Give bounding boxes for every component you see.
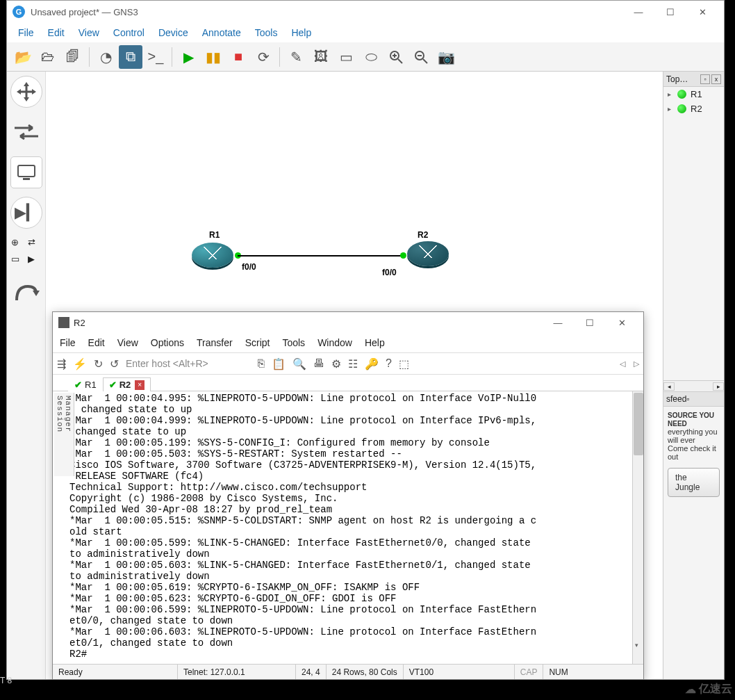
switch-small-icon[interactable]: ⇄ xyxy=(28,237,42,251)
topology-item-r2[interactable]: ▸ R2 xyxy=(663,101,724,116)
menu-control[interactable]: Control xyxy=(108,25,150,40)
options-icon[interactable]: ⚙ xyxy=(331,357,341,371)
newsfeed-header[interactable]: sfeed ▫ xyxy=(663,391,724,407)
keyword-icon[interactable]: 🔑 xyxy=(365,357,379,371)
snapshot-icon[interactable]: ◔ xyxy=(94,45,117,69)
open-project-icon[interactable]: 📂 xyxy=(11,45,35,69)
switches-icon[interactable] xyxy=(10,116,42,148)
term-menu-edit[interactable]: Edit xyxy=(88,337,105,348)
maximize-button[interactable]: ☐ xyxy=(654,1,686,22)
routers-icon[interactable] xyxy=(10,76,42,108)
toolbar-extra-icon[interactable]: ⬚ xyxy=(399,357,409,371)
tab-next-icon[interactable]: ▷ xyxy=(634,359,639,368)
minimize-button[interactable]: — xyxy=(622,1,654,22)
zoom-out-icon[interactable] xyxy=(409,45,433,69)
router-r2[interactable] xyxy=(407,241,449,266)
terminal-output[interactable]: *Mar 1 00:00:04.995: %LINEPROTO-5-UPDOWN… xyxy=(53,391,632,664)
router-r1[interactable] xyxy=(192,243,233,268)
rectangle-icon[interactable]: ▭ xyxy=(334,45,358,69)
link-r1-r2[interactable] xyxy=(238,255,402,257)
zoom-in-icon[interactable] xyxy=(384,45,408,69)
topo-hscroll[interactable]: ◂ ▸ xyxy=(663,380,724,391)
terminal-app-icon xyxy=(58,317,69,328)
panel-close-icon[interactable]: x xyxy=(711,74,721,84)
status-connection: Telnet: 127.0.0.1 xyxy=(178,665,296,679)
scroll-down-icon[interactable]: ▾ xyxy=(635,642,638,649)
connect-icon[interactable]: ⇶ xyxy=(57,357,66,371)
scroll-left-icon[interactable]: ◂ xyxy=(663,382,675,391)
maximize-button[interactable]: ☐ xyxy=(574,312,606,333)
minimize-button[interactable]: — xyxy=(542,312,574,333)
menu-help[interactable]: Help xyxy=(286,25,317,40)
open-folder-icon[interactable]: 🗁 xyxy=(36,45,60,69)
tab-close-icon[interactable]: × xyxy=(135,380,144,390)
titlebar[interactable]: G Unsaved project* — GNS3 — ☐ ✕ xyxy=(7,1,724,23)
all-devices-icon[interactable]: ⊕ xyxy=(11,237,25,251)
topology-item-r1[interactable]: ▸ R1 xyxy=(663,87,724,101)
tab-r1[interactable]: ✔ R1 xyxy=(68,377,103,391)
expand-icon[interactable]: ▸ xyxy=(668,105,673,113)
term-menu-view[interactable]: View xyxy=(117,337,138,348)
term-menu-help[interactable]: Help xyxy=(365,337,385,348)
close-button[interactable]: ✕ xyxy=(686,1,718,22)
tab-prev-icon[interactable]: ◁ xyxy=(620,359,625,368)
paste-icon[interactable]: 📋 xyxy=(272,357,286,371)
svg-marker-11 xyxy=(17,89,21,95)
scroll-thumb[interactable] xyxy=(634,393,643,455)
add-link-icon[interactable] xyxy=(10,276,42,308)
panel-float-icon[interactable]: ▫ xyxy=(700,74,710,84)
end-devices-icon[interactable] xyxy=(10,156,42,188)
terminal-scrollbar[interactable]: ▾ xyxy=(632,391,643,664)
scroll-right-icon[interactable]: ▸ xyxy=(713,382,724,391)
reload-icon[interactable]: ⟳ xyxy=(251,45,275,69)
save-icon[interactable]: 🗐 xyxy=(61,45,85,69)
term-menu-window[interactable]: Window xyxy=(317,337,352,348)
disconnect-icon[interactable]: ↺ xyxy=(110,357,119,371)
menu-device[interactable]: Device xyxy=(153,25,194,40)
term-menu-script[interactable]: Script xyxy=(245,337,270,348)
topology-summary-header[interactable]: Top… ▫ x xyxy=(663,72,724,87)
svg-marker-10 xyxy=(24,97,29,101)
session-options-icon[interactable]: ☷ xyxy=(348,357,358,371)
session-manager-tab[interactable]: Session Manager xyxy=(54,393,74,476)
status-dot-icon xyxy=(677,104,686,113)
print-icon[interactable]: 🖶 xyxy=(313,357,324,370)
close-button[interactable]: ✕ xyxy=(606,312,638,333)
annotate-icon[interactable]: ✎ xyxy=(284,45,308,69)
term-menu-options[interactable]: Options xyxy=(151,337,184,348)
app-icon: G xyxy=(13,6,25,18)
terminal-titlebar[interactable]: R2 — ☐ ✕ xyxy=(53,312,643,333)
firewall-small-icon[interactable]: ▶ xyxy=(28,254,42,268)
terminal-title: R2 xyxy=(74,318,542,328)
pause-icon[interactable]: ▮▮ xyxy=(201,45,225,69)
ellipse-icon[interactable]: ⬭ xyxy=(359,45,383,69)
menu-annotate[interactable]: Annotate xyxy=(197,25,247,40)
reconnect-icon[interactable]: ↻ xyxy=(94,357,103,371)
term-menu-file[interactable]: File xyxy=(60,337,76,348)
term-menu-tools[interactable]: Tools xyxy=(282,337,305,348)
menu-edit[interactable]: Edit xyxy=(42,25,70,40)
quick-connect-icon[interactable]: ⚡ xyxy=(73,357,87,371)
menu-view[interactable]: View xyxy=(73,25,105,40)
terminal-window: R2 — ☐ ✕ File Edit View Options Transfer… xyxy=(52,311,644,680)
image-icon[interactable]: 🖼 xyxy=(309,45,333,69)
security-devices-icon[interactable]: ▶▎ xyxy=(10,197,42,229)
screenshot-icon[interactable]: 📷 xyxy=(434,45,458,69)
copy-icon[interactable]: ⎘ xyxy=(258,357,265,370)
tab-r2[interactable]: ✔ R2 × xyxy=(103,377,151,391)
newsfeed-button[interactable]: the Jungle xyxy=(668,468,720,497)
panel-float-icon[interactable]: ▫ xyxy=(686,394,689,404)
help-icon[interactable]: ? xyxy=(386,357,392,370)
menu-file[interactable]: File xyxy=(13,25,40,40)
find-icon[interactable]: 🔍 xyxy=(292,357,306,371)
menu-tools[interactable]: Tools xyxy=(249,25,283,40)
expand-icon[interactable]: ▸ xyxy=(668,90,673,98)
host-input[interactable]: Enter host <Alt+R> xyxy=(126,358,251,369)
show-interface-labels-icon[interactable]: ⧉ xyxy=(119,45,142,69)
stop-icon[interactable]: ■ xyxy=(226,45,250,69)
pc-small-icon[interactable]: ▭ xyxy=(11,254,25,268)
play-icon[interactable]: ▶ xyxy=(176,45,200,69)
console-icon[interactable]: >_ xyxy=(144,45,167,69)
status-cursor: 24, 4 xyxy=(296,665,327,679)
term-menu-transfer[interactable]: Transfer xyxy=(197,337,233,348)
